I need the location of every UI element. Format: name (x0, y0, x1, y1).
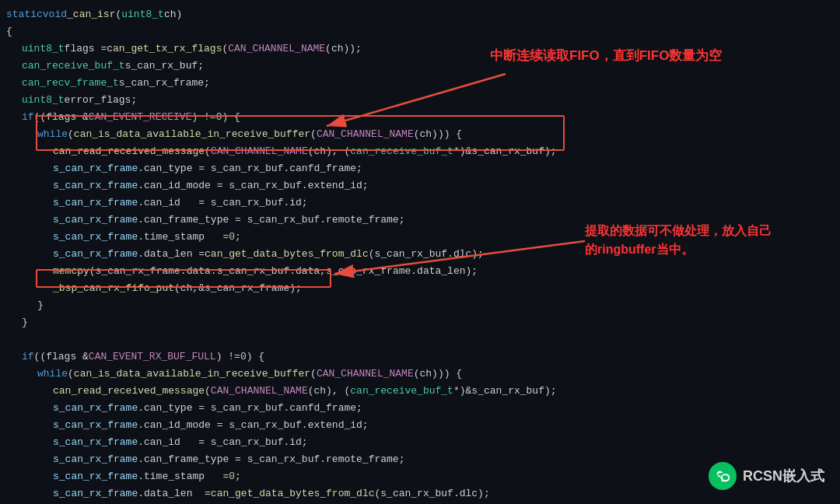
code-line-5: can_recv_frame_t s_can_rx_frame; (0, 75, 840, 92)
code-line-12: s_can_rx_frame .can_id = s_can_rx_buf.id… (0, 194, 840, 212)
code-line-26: s_can_rx_frame .can_id = s_can_rx_buf.id… (0, 434, 840, 451)
code-line-13: s_can_rx_frame .can_frame_type = s_can_r… (0, 212, 840, 229)
code-line-9: can_read_received_message ( CAN_CHANNEL_… (0, 143, 840, 160)
code-line-23: can_read_received_message ( CAN_CHANNEL_… (0, 383, 840, 400)
code-line-6: uint8_t error_flags; (0, 92, 840, 109)
code-line-22: while ( can_is_data_available_in_receive… (0, 366, 840, 383)
wechat-icon (709, 462, 737, 490)
code-line-21: if ((flags & CAN_EVENT_RX_BUF_FULL ) != … (0, 348, 840, 366)
code-line-11: s_can_rx_frame .can_id_mode = s_can_rx_b… (0, 177, 840, 194)
code-line-4: can_receive_buf_t s_can_rx_buf; (0, 58, 840, 75)
code-line-20 (0, 331, 840, 348)
wechat-label: RCSN嵌入式 (743, 467, 824, 485)
code-line-1: static void _can_isr ( uint8_t ch) (0, 6, 840, 23)
code-line-14: s_can_rx_frame .time_stamp = 0 ; (0, 229, 840, 246)
code-line-8: while ( can_is_data_available_in_receive… (0, 126, 840, 143)
code-line-15: s_can_rx_frame .data_len = can_get_data_… (0, 246, 840, 263)
code-line-7: if ((flags & CAN_EVENT_RECEIVE ) != 0 ) … (0, 109, 840, 126)
code-editor: static void _can_isr ( uint8_t ch) { uin… (0, 0, 840, 504)
code-line-16: memcpy (s_can_rx_frame.data.s_can_rx_buf… (0, 263, 840, 280)
code-line-17: _bsp_can_rx_fifo_put (ch,&s_can_rx_frame… (0, 280, 840, 297)
code-line-18: } (0, 297, 840, 314)
code-line-24: s_can_rx_frame .can_type = s_can_rx_buf.… (0, 400, 840, 417)
code-line-25: s_can_rx_frame .can_id_mode = s_can_rx_b… (0, 417, 840, 434)
code-line-2: { (0, 23, 840, 40)
code-line-19: } (0, 314, 840, 331)
code-line-3: uint8_t flags = can_get_tx_rx_flags ( CA… (0, 40, 840, 58)
code-line-10: s_can_rx_frame .can_type = s_can_rx_buf.… (0, 160, 840, 177)
wechat-badge: RCSN嵌入式 (709, 462, 824, 490)
